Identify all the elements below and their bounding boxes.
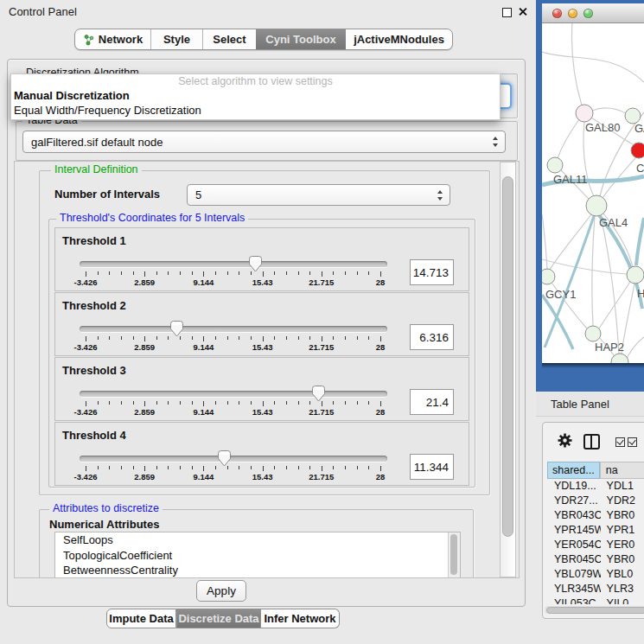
network-window-titlebar[interactable] xyxy=(542,3,644,23)
bottom-tab-discretize-data[interactable]: Discretize Data xyxy=(176,609,261,628)
network-edge[interactable] xyxy=(558,119,579,158)
network-view[interactable]: GAL80GAL11GAL4GCY1HAP2GACH xyxy=(542,23,644,363)
algorithm-dropdown-popup: Select algorithm to view settings Manual… xyxy=(10,73,501,120)
table-cell[interactable]: YPR1 xyxy=(601,523,644,538)
network-node-gal11[interactable] xyxy=(547,157,563,173)
settings-vertical-scrollbar[interactable] xyxy=(500,162,516,577)
threshold-slider-track[interactable] xyxy=(80,456,387,462)
table-cell[interactable]: YIL053C xyxy=(547,596,601,604)
column-header-na[interactable]: na xyxy=(600,462,644,479)
slider-tick xyxy=(98,401,99,405)
slider-thumb[interactable] xyxy=(218,450,231,467)
table-cell[interactable]: YBR043C xyxy=(547,508,601,523)
slider-tick-label: 2.859 xyxy=(123,472,166,481)
tab-select[interactable]: Select xyxy=(202,29,256,49)
table-cell[interactable]: YDR27... xyxy=(547,494,601,508)
table-cell[interactable]: YDL1 xyxy=(601,479,644,494)
slider-thumb[interactable] xyxy=(249,256,262,272)
table-row[interactable]: YBR045CYBR0 xyxy=(547,552,644,567)
network-node-gal4[interactable] xyxy=(586,195,607,216)
network-edge[interactable] xyxy=(592,216,595,326)
network-node[interactable] xyxy=(631,143,644,158)
slider-tick xyxy=(251,401,252,405)
threshold-slider-track[interactable] xyxy=(80,326,387,332)
table-row[interactable]: YDR27...YDR2 xyxy=(547,494,644,508)
table-cell[interactable]: YER054C xyxy=(547,538,601,552)
network-node[interactable] xyxy=(627,266,644,284)
table-cell[interactable]: YLR3 xyxy=(601,582,644,596)
network-edge[interactable] xyxy=(636,218,644,265)
table-cell[interactable]: YBR045C xyxy=(547,552,601,567)
attributes-list[interactable]: SelfLoopsTopologicalCoefficientBetweenne… xyxy=(54,532,461,578)
checkbox-icon[interactable] xyxy=(628,437,637,447)
slider-tick-label: 15.43 xyxy=(241,407,284,417)
slider-tick-label: 15.43 xyxy=(241,277,284,287)
settings-gear-icon[interactable] xyxy=(557,432,573,452)
threshold-value-input[interactable]: 11.344 xyxy=(410,454,454,480)
network-edge[interactable] xyxy=(572,23,582,105)
table-horizontal-scrollbar[interactable] xyxy=(545,606,644,614)
slider-tick xyxy=(239,401,239,405)
threshold-panel-4: Threshold 4-3.4262.8599.14415.4321.71528… xyxy=(54,422,469,486)
table-cell[interactable]: YDR2 xyxy=(601,494,644,508)
table-cell[interactable]: YDL19... xyxy=(547,479,601,494)
slider-thumb[interactable] xyxy=(312,386,325,402)
float-window-icon[interactable] xyxy=(502,8,512,17)
table-row[interactable]: YLR345WYLR3 xyxy=(547,582,644,596)
column-header-shared-[interactable]: shared... xyxy=(547,462,600,479)
node-label: GCY1 xyxy=(545,288,576,301)
threshold-slider-track[interactable] xyxy=(80,261,387,267)
table-row[interactable]: YBR043CYBR0 xyxy=(547,508,644,523)
node-table: shared...na YDL19...YDL1YDR27...YDR2YBR0… xyxy=(547,462,644,604)
table-row[interactable]: YER054CYER0 xyxy=(547,538,644,552)
number-of-intervals-combobox[interactable]: 5 xyxy=(187,184,450,206)
tab-cyni-toolbox[interactable]: Cyni Toolbox xyxy=(256,29,346,49)
table-cell[interactable]: YER0 xyxy=(601,538,644,552)
threshold-value-input[interactable]: 14.713 xyxy=(410,259,454,285)
table-row[interactable]: YPR145WYPR1 xyxy=(547,523,644,538)
table-cell[interactable]: YBR0 xyxy=(601,508,644,523)
attributes-list-scrollbar[interactable] xyxy=(448,532,460,578)
slider-thumb[interactable] xyxy=(170,321,183,337)
table-row[interactable]: YBL079WYBL0 xyxy=(547,567,644,582)
threshold-slider-track[interactable] xyxy=(80,391,387,397)
table-row[interactable]: YIL053CYIL0 xyxy=(547,596,644,604)
traffic-light-close-icon[interactable] xyxy=(552,9,562,18)
table-cell[interactable]: YBL079W xyxy=(547,567,601,582)
table-cell[interactable]: YIL0 xyxy=(601,596,644,604)
table-cell[interactable]: YBR0 xyxy=(601,552,644,567)
traffic-light-zoom-icon[interactable] xyxy=(583,9,593,18)
network-edge[interactable] xyxy=(542,52,644,82)
slider-tick xyxy=(274,336,275,340)
bottom-tab-infer-network[interactable]: Infer Network xyxy=(261,609,340,628)
threshold-value-input[interactable]: 6.316 xyxy=(410,324,454,350)
slider-tick xyxy=(345,271,346,275)
attribute-list-item[interactable]: BetweennessCentrality xyxy=(55,563,460,578)
attribute-list-item[interactable]: SelfLoops xyxy=(55,532,460,548)
split-columns-icon[interactable] xyxy=(583,434,600,450)
tab-jactivemnodules[interactable]: jActiveMNodules xyxy=(346,29,452,49)
tab-network[interactable]: Network xyxy=(75,29,150,49)
network-node-gcy1[interactable] xyxy=(542,269,555,284)
table-row[interactable]: YDL19...YDL1 xyxy=(547,479,644,494)
table-cell[interactable]: YBL0 xyxy=(601,567,644,582)
bottom-tab-impute-data[interactable]: Impute Data xyxy=(106,609,176,628)
tab-style[interactable]: Style xyxy=(150,29,202,49)
network-node-gal80[interactable] xyxy=(576,105,593,122)
attribute-list-item[interactable]: TopologicalCoefficient xyxy=(55,548,460,564)
traffic-light-minimize-icon[interactable] xyxy=(568,9,577,18)
network-edge[interactable] xyxy=(599,282,630,328)
threshold-value-input[interactable]: 21.4 xyxy=(410,389,454,415)
network-edge[interactable] xyxy=(592,108,626,113)
checkbox-icon[interactable] xyxy=(615,437,625,447)
table-data-combobox[interactable]: galFiltered.sif default node xyxy=(22,131,506,153)
dropdown-placeholder-option[interactable]: Select algorithm to view settings xyxy=(11,74,500,88)
close-icon[interactable] xyxy=(518,7,527,16)
apply-button[interactable]: Apply xyxy=(196,580,246,602)
slider-tick xyxy=(192,271,193,275)
network-node-hap2[interactable] xyxy=(585,326,601,341)
table-cell[interactable]: YPR145W xyxy=(547,523,601,538)
table-cell[interactable]: YLR345W xyxy=(547,582,601,596)
dropdown-option-equal-width[interactable]: Equal Width/Frequency Discretization xyxy=(11,103,500,118)
dropdown-option-manual[interactable]: Manual Discretization xyxy=(11,88,500,103)
